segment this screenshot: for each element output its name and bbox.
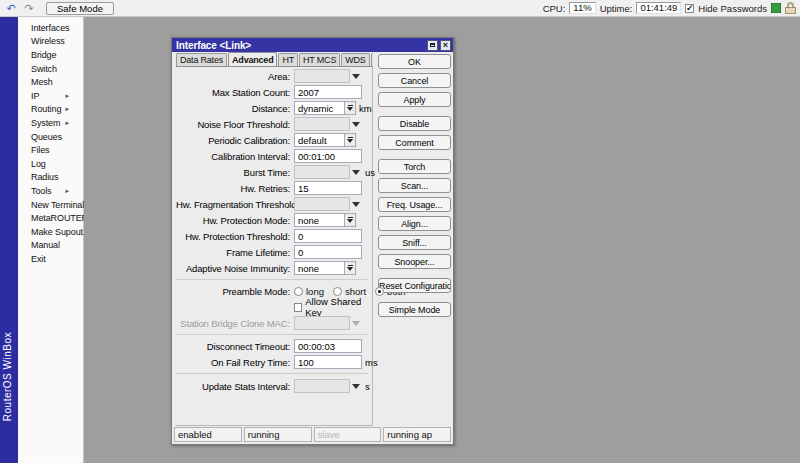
sidebar-item-new-terminal[interactable]: New Terminal bbox=[18, 198, 83, 212]
update-stats-interval-dropdown-icon[interactable] bbox=[350, 379, 362, 393]
torch-button[interactable]: Torch bbox=[378, 159, 451, 174]
brand-text: RouterOS WinBox bbox=[2, 332, 13, 421]
sidebar-item-ip[interactable]: IP▸ bbox=[18, 89, 83, 103]
preamble-long-radio[interactable] bbox=[294, 287, 303, 296]
sidebar-item-bridge[interactable]: Bridge bbox=[18, 48, 83, 62]
hw-retries-input[interactable] bbox=[294, 181, 362, 195]
disable-button[interactable]: Disable bbox=[378, 116, 451, 131]
apply-button[interactable]: Apply bbox=[378, 92, 451, 107]
hw-protection-mode-combo-dropdown-icon[interactable] bbox=[344, 214, 355, 226]
burst-time-dropdown-icon[interactable] bbox=[350, 165, 362, 179]
simple-mode-button[interactable]: Simple Mode bbox=[378, 302, 451, 317]
noise-floor-dropdown-icon[interactable] bbox=[350, 117, 362, 131]
max-station-count-input[interactable] bbox=[294, 85, 362, 99]
preamble-both-radio[interactable] bbox=[375, 287, 384, 296]
reset-configuration-button[interactable]: Reset Configuration bbox=[378, 278, 451, 293]
frame-lifetime-input[interactable] bbox=[294, 245, 362, 259]
field-disconnect-timeout: Disconnect Timeout: bbox=[176, 338, 372, 354]
status-running-ap: running ap bbox=[383, 427, 451, 442]
align-button[interactable]: Align... bbox=[378, 216, 451, 231]
sidebar-item-system[interactable]: System▸ bbox=[18, 116, 83, 130]
allow-shared-key-checkbox[interactable] bbox=[294, 303, 302, 312]
sniff-button[interactable]: Sniff... bbox=[378, 235, 451, 250]
sidebar-item-switch[interactable]: Switch bbox=[18, 62, 83, 76]
redo-icon[interactable]: ↷ bbox=[22, 2, 36, 15]
dialog-actions: OK Cancel Apply Disable Comment Torch Sc… bbox=[373, 52, 455, 426]
distance-combo-dropdown-icon[interactable] bbox=[344, 102, 355, 114]
tab-ht-mcs[interactable]: HT MCS bbox=[299, 53, 340, 66]
dialog-titlebar[interactable]: Interface <Link> × bbox=[172, 38, 453, 52]
area-dropdown-icon[interactable] bbox=[350, 69, 362, 83]
submenu-arrow-icon: ▸ bbox=[66, 119, 69, 127]
uptime-value: 01:41:49 bbox=[636, 2, 681, 14]
sidebar-item-tools[interactable]: Tools▸ bbox=[18, 184, 83, 198]
submenu-arrow-icon: ▸ bbox=[66, 105, 69, 113]
station-bridge-clone-mac-input bbox=[294, 316, 350, 330]
sidebar-item-exit[interactable]: Exit bbox=[18, 252, 83, 266]
sidebar-item-metarouter[interactable]: MetaROUTER bbox=[18, 211, 83, 225]
sidebar-item-mesh[interactable]: Mesh bbox=[18, 75, 83, 89]
cpu-label: CPU: bbox=[543, 3, 566, 14]
freq-usage-button[interactable]: Freq. Usage... bbox=[378, 197, 451, 212]
sidebar-item-interfaces[interactable]: Interfaces bbox=[18, 21, 83, 35]
field-periodic-calibration: Periodic Calibration: bbox=[176, 132, 372, 148]
tab-advanced[interactable]: Advanced bbox=[228, 52, 277, 67]
status-slave: slave bbox=[314, 427, 382, 442]
adaptive-noise-immunity-input[interactable] bbox=[295, 262, 344, 274]
hw-fragmentation-dropdown-icon[interactable] bbox=[350, 197, 362, 211]
area-input bbox=[294, 69, 350, 83]
snooper-button[interactable]: Snooper... bbox=[378, 254, 451, 269]
distance-combo[interactable] bbox=[294, 101, 356, 115]
sidebar-item-files[interactable]: Files bbox=[18, 143, 83, 157]
close-window-icon[interactable]: × bbox=[440, 40, 451, 51]
dialog-statusbar: enabled running slave running ap bbox=[174, 427, 451, 442]
calibration-interval-input[interactable] bbox=[294, 149, 362, 163]
adaptive-noise-immunity-combo-dropdown-icon[interactable] bbox=[344, 262, 355, 274]
restore-window-icon[interactable] bbox=[427, 40, 438, 51]
sidebar-item-radius[interactable]: Radius bbox=[18, 171, 83, 185]
distance-input[interactable] bbox=[295, 102, 344, 114]
tab-ht[interactable]: HT bbox=[278, 53, 298, 66]
lock-icon bbox=[785, 2, 796, 14]
sidebar-item-wireless[interactable]: Wireless bbox=[18, 35, 83, 49]
tab-wds[interactable]: WDS bbox=[341, 53, 369, 66]
sidebar-item-queues[interactable]: Queues bbox=[18, 130, 83, 144]
disconnect-timeout-input[interactable] bbox=[294, 339, 362, 353]
scan-button[interactable]: Scan... bbox=[378, 178, 451, 193]
workspace-canvas: Interface <Link> × Data Rates Advanced H… bbox=[84, 17, 800, 463]
form-separator bbox=[176, 373, 368, 374]
sidebar-item-make-supout[interactable]: Make Supout.rif bbox=[18, 225, 83, 239]
field-update-stats-interval: Update Stats Interval: s bbox=[176, 378, 372, 394]
on-fail-retry-time-input[interactable] bbox=[294, 355, 362, 369]
hw-protection-threshold-input[interactable] bbox=[294, 229, 362, 243]
sidebar-item-manual[interactable]: Manual bbox=[18, 239, 83, 253]
field-hw-protection-threshold: Hw. Protection Threshold: bbox=[176, 228, 372, 244]
form-separator bbox=[176, 334, 368, 335]
adaptive-noise-immunity-combo[interactable] bbox=[294, 261, 356, 275]
hw-protection-mode-input[interactable] bbox=[295, 214, 344, 226]
field-adaptive-noise-immunity: Adaptive Noise Immunity: bbox=[176, 260, 372, 276]
toolbar-status-area: CPU: 11% Uptime: 01:41:49 ✓ Hide Passwor… bbox=[543, 2, 796, 14]
sidebar-item-log[interactable]: Log bbox=[18, 157, 83, 171]
periodic-calibration-combo-dropdown-icon[interactable] bbox=[344, 134, 355, 146]
undo-icon[interactable]: ↶ bbox=[4, 2, 18, 15]
field-hw-retries: Hw. Retries: bbox=[176, 180, 372, 196]
periodic-calibration-combo[interactable] bbox=[294, 133, 356, 147]
cpu-value: 11% bbox=[569, 2, 595, 14]
hide-passwords-checkbox[interactable]: ✓ bbox=[685, 4, 694, 13]
field-station-bridge-clone-mac: Station Bridge Clone MAC: bbox=[176, 315, 372, 331]
periodic-calibration-input[interactable] bbox=[295, 134, 344, 146]
hw-protection-mode-combo[interactable] bbox=[294, 213, 356, 227]
connection-quality-icon bbox=[771, 3, 781, 13]
update-stats-interval-unit: s bbox=[365, 381, 370, 392]
cancel-button[interactable]: Cancel bbox=[378, 73, 451, 88]
sidebar-item-routing[interactable]: Routing▸ bbox=[18, 103, 83, 117]
ok-button[interactable]: OK bbox=[378, 54, 451, 69]
preamble-short-radio[interactable] bbox=[333, 287, 342, 296]
comment-button[interactable]: Comment bbox=[378, 135, 451, 150]
allow-shared-key-label: Allow Shared Key bbox=[305, 296, 372, 318]
status-enabled: enabled bbox=[174, 427, 242, 442]
tab-data-rates[interactable]: Data Rates bbox=[176, 53, 227, 66]
form-separator bbox=[176, 279, 368, 280]
safe-mode-button[interactable]: Safe Mode bbox=[46, 2, 114, 15]
